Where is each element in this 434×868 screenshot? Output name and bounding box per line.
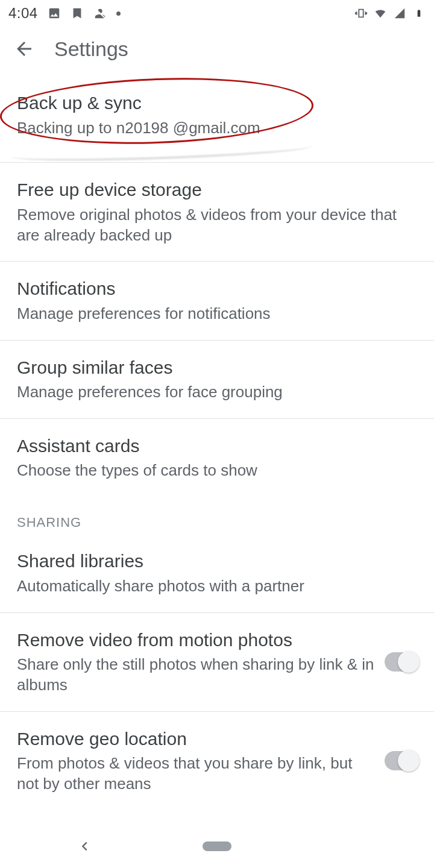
more-dot-icon [116,11,121,16]
vibrate-icon [354,7,368,20]
row-title: Group similar faces [17,356,417,379]
wifi-icon [374,7,387,20]
status-clock: 4:04 [8,5,38,22]
switch-remove-geo-location[interactable] [385,751,417,770]
row-subtitle: Choose the types of cards to show [17,461,417,481]
row-title: Free up device storage [17,178,417,201]
row-title: Remove video from motion photos [17,629,377,652]
row-title: Assistant cards [17,435,417,458]
row-remove-geo-location[interactable]: Remove geo location From photos & videos… [0,712,434,810]
status-bar: 4:04 [0,0,434,27]
row-title: Remove geo location [17,728,377,750]
switch-thumb [398,651,420,673]
arrow-left-icon [13,38,35,60]
row-subtitle: From photos & videos that you share by l… [17,753,377,794]
row-subtitle: Remove original photos & videos from you… [17,205,417,246]
row-subtitle: Manage preferences for notifications [17,304,417,324]
app-bar: Settings [0,27,434,71]
row-subtitle: Share only the still photos when sharing… [17,655,377,696]
row-title: Back up & sync [17,92,417,115]
row-group-similar-faces[interactable]: Group similar faces Manage preferences f… [0,341,434,419]
switch-remove-video-motion[interactable] [385,652,417,671]
back-button[interactable] [11,36,37,62]
status-bar-left: 4:04 [8,5,121,22]
page-title: Settings [54,37,128,61]
row-subtitle: Backing up to n20198 @gmail.com [17,118,417,139]
row-free-up-storage[interactable]: Free up device storage Remove original p… [0,163,434,262]
image-icon [48,7,61,20]
row-remove-video-motion[interactable]: Remove video from motion photos Share on… [0,613,434,712]
row-shared-libraries[interactable]: Shared libraries Automatically share pho… [0,534,434,612]
bookmark-icon [71,7,84,20]
row-assistant-cards[interactable]: Assistant cards Choose the types of card… [0,419,434,497]
row-title: Shared libraries [17,550,417,573]
signal-icon [393,7,406,20]
row-subtitle: Automatically share photos with a partne… [17,576,417,597]
row-subtitle: Manage preferences for face grouping [17,382,417,403]
chevron-left-icon [78,840,92,853]
row-notifications[interactable]: Notifications Manage preferences for not… [0,262,434,340]
system-nav-bar [0,825,434,868]
nav-home-pill[interactable] [203,841,231,851]
nav-back-button[interactable] [78,840,92,853]
row-backup-sync[interactable]: Back up & sync Backing up to n20198 @gma… [0,71,434,163]
person-off-icon [93,7,107,20]
status-bar-right [354,7,426,20]
battery-icon [412,7,426,20]
section-header-sharing: SHARING [0,497,434,534]
settings-list: Back up & sync Backing up to n20198 @gma… [0,71,434,810]
switch-thumb [398,750,420,772]
row-title: Notifications [17,277,417,300]
